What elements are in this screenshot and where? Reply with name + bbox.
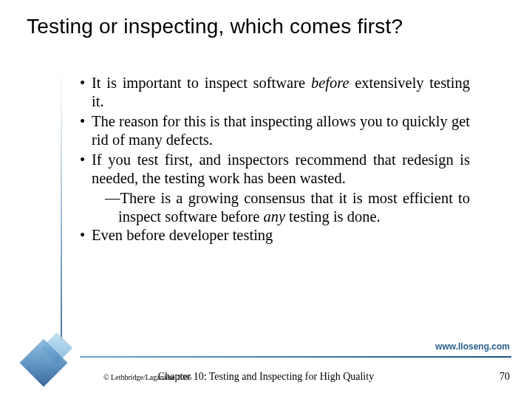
- bullet-item: The reason for this is that inspecting a…: [80, 112, 470, 149]
- bullet-text: If you test first, and inspectors recomm…: [92, 151, 470, 186]
- footer-url: www.lloseng.com: [435, 341, 510, 352]
- footer-page-number: 70: [499, 371, 510, 383]
- footer-chapter: Chapter 10: Testing and Inspecting for H…: [0, 371, 532, 383]
- bullet-list: It is important to inspect software befo…: [80, 74, 470, 245]
- sub-bullet-item: —There is a growing consensus that it is…: [93, 189, 470, 226]
- slide-title: Testing or inspecting, which comes first…: [27, 15, 502, 38]
- slide-footer: www.lloseng.com © Lethbridge/Laganière 2…: [0, 325, 532, 399]
- decorative-line: [61, 66, 62, 340]
- bullet-text: It is important to inspect software: [92, 75, 311, 91]
- slide-body: It is important to inspect software befo…: [80, 74, 470, 245]
- bullet-item: If you test first, and inspectors recomm…: [80, 151, 470, 188]
- bullet-emphasis: any: [263, 208, 285, 225]
- footer-rule: [80, 356, 511, 358]
- bullet-text: testing is done.: [285, 208, 381, 225]
- bullet-text: The reason for this is that inspecting a…: [92, 113, 470, 148]
- bullet-emphasis: before: [311, 75, 349, 91]
- bullet-item: Even before developer testing: [80, 226, 470, 245]
- bullet-item: It is important to inspect software befo…: [80, 74, 470, 111]
- slide: Testing or inspecting, which comes first…: [0, 0, 532, 399]
- bullet-text: Even before developer testing: [92, 227, 273, 243]
